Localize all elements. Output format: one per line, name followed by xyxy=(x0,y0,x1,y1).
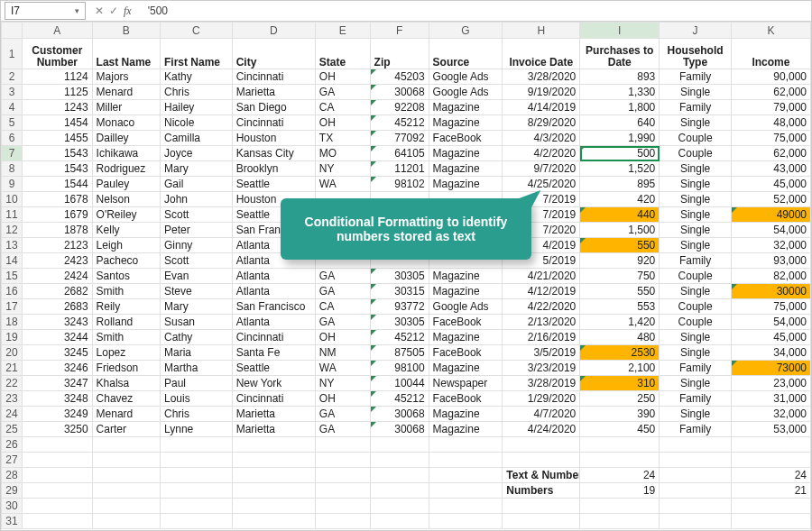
cell[interactable] xyxy=(660,483,732,499)
cell[interactable]: 310 xyxy=(580,376,660,391)
cell[interactable]: Ginny xyxy=(161,238,233,253)
cell[interactable] xyxy=(161,453,233,468)
cell[interactable]: Cincinnati xyxy=(232,69,315,85)
cell[interactable]: 54,000 xyxy=(731,315,810,330)
cell[interactable]: 30315 xyxy=(370,284,429,299)
cell[interactable] xyxy=(232,453,315,468)
cell[interactable] xyxy=(429,499,503,514)
cell[interactable]: Marietta xyxy=(232,422,315,437)
row-header[interactable]: 14 xyxy=(2,253,23,269)
row-header[interactable]: 18 xyxy=(2,315,23,330)
cell[interactable]: Gail xyxy=(161,177,233,192)
cell[interactable] xyxy=(23,483,93,499)
cell[interactable]: 895 xyxy=(580,177,660,192)
cell[interactable]: 3245 xyxy=(23,345,93,361)
cell[interactable]: 45,000 xyxy=(731,177,810,192)
cell[interactable] xyxy=(315,453,370,468)
cell[interactable]: Single xyxy=(660,223,732,238)
cell[interactable]: 79,000 xyxy=(731,100,810,115)
cell[interactable]: 3/23/2019 xyxy=(503,361,580,376)
cell[interactable]: 30068 xyxy=(370,407,429,422)
cell[interactable]: Houston xyxy=(232,131,315,146)
cell[interactable]: 4/3/2020 xyxy=(503,131,580,146)
col-header[interactable]: E xyxy=(315,23,370,39)
cell[interactable]: GA xyxy=(315,269,370,284)
cell[interactable]: Magazine xyxy=(429,115,503,131)
row-header[interactable]: 5 xyxy=(2,115,23,131)
cell[interactable]: 32,000 xyxy=(731,238,810,253)
cell[interactable]: 4/21/2020 xyxy=(503,269,580,284)
cell[interactable]: Atlanta xyxy=(232,269,315,284)
cell[interactable]: OH xyxy=(315,115,370,131)
cell[interactable]: 3243 xyxy=(23,315,93,330)
cell[interactable]: Mary xyxy=(161,161,233,177)
cell[interactable]: Susan xyxy=(161,315,233,330)
row-header[interactable]: 29 xyxy=(2,483,23,499)
cell[interactable]: Magazine xyxy=(429,269,503,284)
row-header[interactable]: 15 xyxy=(2,269,23,284)
cell[interactable]: Purchases to Date xyxy=(580,39,660,69)
cell[interactable] xyxy=(429,483,503,499)
cell[interactable]: Paul xyxy=(161,376,233,391)
row-header[interactable]: 2 xyxy=(2,69,23,85)
cell[interactable]: 420 xyxy=(580,192,660,207)
cell[interactable]: Menard xyxy=(92,85,160,100)
cell[interactable]: Rolland xyxy=(92,315,160,330)
cell[interactable]: 1543 xyxy=(23,161,93,177)
cell[interactable]: Invoice Date xyxy=(503,39,580,69)
cell[interactable] xyxy=(660,468,732,483)
cell[interactable]: Maria xyxy=(161,345,233,361)
cell[interactable]: 2123 xyxy=(23,238,93,253)
cell[interactable]: Santa Fe xyxy=(232,345,315,361)
row-header[interactable]: 12 xyxy=(2,223,23,238)
cell[interactable]: 3244 xyxy=(23,330,93,345)
cell[interactable]: 553 xyxy=(580,299,660,315)
cell[interactable] xyxy=(232,499,315,514)
cell[interactable] xyxy=(429,453,503,468)
cell[interactable]: Family xyxy=(660,100,732,115)
cell[interactable]: Single xyxy=(660,376,732,391)
cell[interactable]: 34,000 xyxy=(731,345,810,361)
cell[interactable]: Nicole xyxy=(161,115,233,131)
row-header[interactable]: 28 xyxy=(2,468,23,483)
cell[interactable]: CA xyxy=(315,299,370,315)
cell[interactable]: Income xyxy=(731,39,810,69)
row-header[interactable]: 11 xyxy=(2,207,23,223)
cell[interactable]: CA xyxy=(315,100,370,115)
cell[interactable]: 4/12/2019 xyxy=(503,284,580,299)
cell[interactable]: 62,000 xyxy=(731,146,810,161)
cell[interactable]: Lopez xyxy=(92,345,160,361)
row-header[interactable]: 22 xyxy=(2,376,23,391)
cell[interactable]: 21 xyxy=(731,483,810,499)
cell[interactable] xyxy=(731,499,810,514)
cell[interactable]: 30305 xyxy=(370,315,429,330)
cell[interactable]: Chris xyxy=(161,85,233,100)
cell[interactable] xyxy=(315,468,370,483)
cell[interactable]: Louis xyxy=(161,391,233,407)
cell[interactable]: Nelson xyxy=(92,192,160,207)
cell[interactable] xyxy=(580,514,660,529)
cell[interactable]: 2/13/2020 xyxy=(503,315,580,330)
cell[interactable] xyxy=(315,437,370,453)
cell[interactable] xyxy=(660,514,732,529)
cell[interactable]: Leigh xyxy=(92,238,160,253)
formula-input[interactable]: '500 xyxy=(143,5,811,17)
cell[interactable]: Scott xyxy=(161,207,233,223)
cell[interactable]: Couple xyxy=(660,315,732,330)
cell[interactable] xyxy=(370,437,429,453)
row-header[interactable]: 9 xyxy=(2,177,23,192)
row-header[interactable]: 1 xyxy=(2,39,23,69)
cell[interactable]: GA xyxy=(315,284,370,299)
cell[interactable]: 30068 xyxy=(370,422,429,437)
cell[interactable]: 90,000 xyxy=(731,69,810,85)
cell[interactable]: 4/7/2020 xyxy=(503,407,580,422)
cell[interactable]: 893 xyxy=(580,69,660,85)
cell[interactable]: Magazine xyxy=(429,100,503,115)
cell[interactable] xyxy=(23,453,93,468)
cell[interactable]: 920 xyxy=(580,253,660,269)
cell[interactable]: Chris xyxy=(161,407,233,422)
cell[interactable]: Text & Numbers xyxy=(503,468,580,483)
cell[interactable]: Cincinnati xyxy=(232,115,315,131)
cell[interactable]: 1455 xyxy=(23,131,93,146)
cell[interactable] xyxy=(161,499,233,514)
